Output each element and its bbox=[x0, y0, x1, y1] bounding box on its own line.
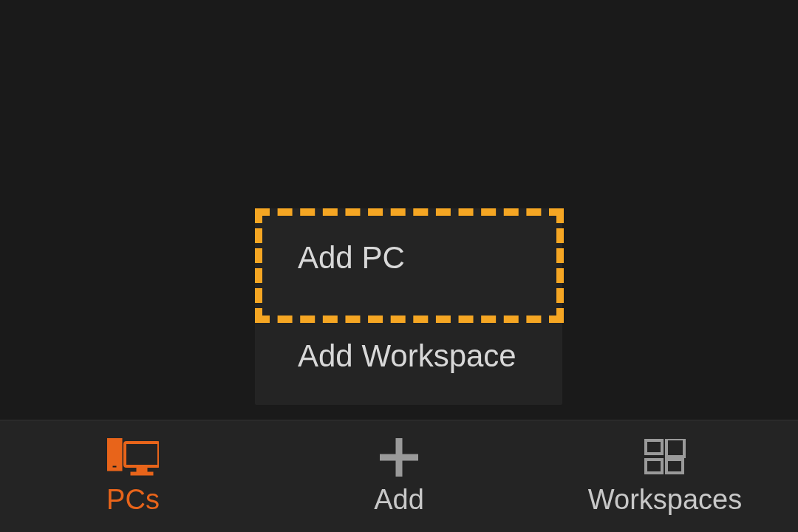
pc-icon bbox=[107, 437, 159, 478]
svg-rect-3 bbox=[137, 468, 147, 472]
main-content-area: Add PC Add Workspace bbox=[0, 0, 798, 420]
grid-icon bbox=[644, 437, 686, 478]
add-pc-menu-item[interactable]: Add PC bbox=[255, 208, 562, 307]
add-menu-popup: Add PC Add Workspace bbox=[255, 208, 562, 405]
nav-pcs-tab[interactable]: PCs bbox=[0, 420, 266, 532]
svg-rect-2 bbox=[125, 443, 159, 466]
nav-workspaces-tab[interactable]: Workspaces bbox=[532, 420, 798, 532]
add-workspace-menu-item[interactable]: Add Workspace bbox=[255, 307, 562, 405]
menu-item-label: Add PC bbox=[298, 240, 405, 276]
svg-rect-6 bbox=[380, 454, 418, 460]
svg-rect-10 bbox=[666, 460, 683, 473]
plus-icon bbox=[380, 437, 418, 478]
svg-rect-4 bbox=[131, 472, 153, 475]
bottom-navigation: PCs Add Workspaces bbox=[0, 420, 798, 532]
nav-add-tab[interactable]: Add bbox=[266, 420, 532, 532]
svg-rect-9 bbox=[646, 460, 662, 473]
svg-rect-1 bbox=[112, 466, 117, 468]
svg-rect-7 bbox=[646, 440, 662, 454]
nav-label: PCs bbox=[106, 484, 160, 516]
svg-rect-8 bbox=[666, 439, 684, 457]
nav-label: Workspaces bbox=[588, 484, 742, 516]
nav-label: Add bbox=[374, 484, 424, 516]
menu-item-label: Add Workspace bbox=[298, 338, 516, 374]
